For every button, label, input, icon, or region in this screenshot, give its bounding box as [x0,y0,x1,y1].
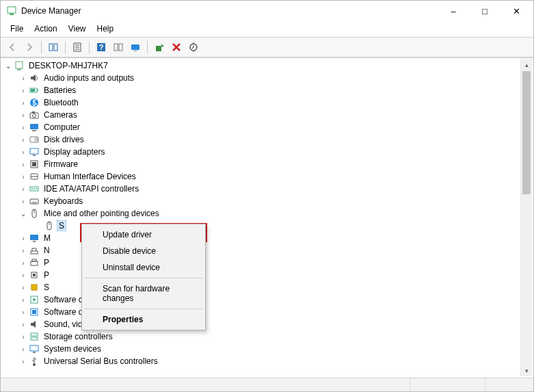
svg-rect-30 [33,155,36,156]
show-hide-console-tree-button[interactable] [46,40,61,55]
expand-icon[interactable]: › [18,270,28,280]
menu-view[interactable]: View [63,23,92,35]
usb-icon [29,356,40,367]
category-hid[interactable]: ›Human Interface Devices [2,170,533,183]
category-audio[interactable]: ›Audio inputs and outputs [2,72,533,84]
expand-icon[interactable]: › [18,258,28,267]
category-camera[interactable]: ›Cameras [2,109,533,121]
uninstall-device-toolbar-button[interactable] [169,40,184,55]
properties-button[interactable] [70,40,85,55]
context-menu-uninstall-device[interactable]: Uninstall device [83,259,204,276]
category-bluetooth[interactable]: ›Bluetooth [2,96,533,109]
expand-icon[interactable]: › [18,159,28,169]
expand-icon[interactable]: › [18,233,28,243]
svg-rect-29 [30,148,38,154]
svg-rect-2 [49,44,53,51]
svg-rect-20 [31,89,35,92]
expand-icon[interactable]: › [18,110,28,120]
category-storage[interactable]: ›Storage controllers [2,330,533,343]
tree-node-label: Display adapters [42,147,106,157]
category-disk[interactable]: ›Disk drives [2,133,533,146]
scroll-down-arrow[interactable]: ▾ [521,365,532,376]
category-battery[interactable]: ›Batteries [2,84,533,96]
software-dev-icon [29,306,40,317]
svg-point-38 [36,188,37,190]
category-computer[interactable]: ›Computer [2,121,533,133]
help-button[interactable]: ? [94,40,109,55]
tree-node-label: N [42,246,51,255]
scroll-thumb[interactable] [522,71,531,194]
collapse-icon[interactable]: ⌄ [18,209,28,218]
expand-icon[interactable]: › [18,356,28,366]
category-usb[interactable]: ›Universal Serial Bus controllers [2,355,533,367]
collapse-icon[interactable]: ⌄ [3,61,13,70]
expand-icon[interactable]: › [18,73,28,83]
expand-icon[interactable]: › [18,122,28,132]
svg-rect-0 [8,7,16,13]
vertical-scrollbar[interactable]: ▴ ▾ [520,59,532,376]
battery-icon [29,85,40,96]
disk-icon [29,134,40,145]
expand-icon[interactable]: › [18,147,28,157]
expand-icon[interactable]: › [18,332,28,341]
context-menu-properties[interactable]: Properties [83,311,204,328]
tree-root[interactable]: ⌄DESKTOP-MHJ7HK7 [2,60,533,72]
category-keyboard[interactable]: ›Keyboards [2,195,533,207]
view-devices-button[interactable] [128,40,143,55]
category-firmware[interactable]: ›Firmware [2,158,533,170]
svg-rect-10 [114,44,118,51]
scan-hardware-toolbar-button[interactable] [186,40,201,55]
tree-node-label: Disk drives [42,135,85,144]
svg-rect-49 [32,259,36,261]
device-tree[interactable]: ⌄DESKTOP-MHJ7HK7›Audio inputs and output… [1,58,533,377]
svg-rect-25 [30,124,38,129]
sound-icon [29,319,40,330]
forward-button[interactable] [22,40,37,55]
category-mouse[interactable]: ⌄Mice and other pointing devices [2,207,533,220]
expand-icon[interactable]: › [18,283,28,292]
category-display[interactable]: ›Display adapters [2,146,533,158]
expand-icon[interactable]: › [18,344,28,354]
tree-node-label: IDE ATA/ATAPI controllers [42,184,140,194]
svg-rect-32 [32,162,36,166]
expand-icon[interactable]: › [18,135,28,144]
svg-point-37 [34,188,35,190]
svg-rect-26 [32,130,36,131]
svg-rect-27 [30,137,38,142]
maximize-button[interactable]: □ [469,1,500,21]
expand-icon[interactable]: › [18,319,28,329]
expand-icon[interactable]: › [18,172,28,181]
tree-node-label: Mice and other pointing devices [42,209,161,218]
menu-action[interactable]: Action [29,23,62,35]
keyboard-icon [29,196,40,207]
category-ide[interactable]: ›IDE ATA/ATAPI controllers [2,183,533,195]
context-menu-separator [85,309,202,309]
context-menu-separator [85,278,202,278]
expand-icon[interactable]: › [18,86,28,95]
category-system[interactable]: ›System devices [2,343,533,355]
minimize-button[interactable]: – [438,1,469,21]
context-menu-scan-hardware[interactable]: Scan for hardware changes [83,280,204,306]
svg-rect-45 [30,235,38,240]
back-button[interactable] [5,40,20,55]
expand-icon[interactable]: › [18,246,28,255]
expand-icon[interactable]: › [18,196,28,206]
context-menu-disable-device[interactable]: Disable device [83,243,204,259]
menu-bar: File Action View Help [1,21,533,37]
close-button[interactable]: ✕ [500,1,532,21]
expand-icon[interactable]: › [18,98,28,107]
audio-icon [29,73,40,83]
menu-file[interactable]: File [5,23,29,35]
show-hidden-devices-button[interactable] [111,40,126,55]
context-menu-update-driver[interactable]: Update driver [83,226,204,243]
toolbar-separator [89,41,90,53]
expand-icon[interactable]: › [18,307,28,317]
scroll-up-arrow[interactable]: ▴ [521,59,532,70]
menu-help[interactable]: Help [92,23,120,35]
bluetooth-icon [29,97,40,108]
update-driver-toolbar-button[interactable] [152,40,167,55]
mouse-icon [44,220,55,231]
expand-icon[interactable]: › [18,295,28,304]
svg-rect-48 [31,261,38,265]
expand-icon[interactable]: › [18,184,28,194]
